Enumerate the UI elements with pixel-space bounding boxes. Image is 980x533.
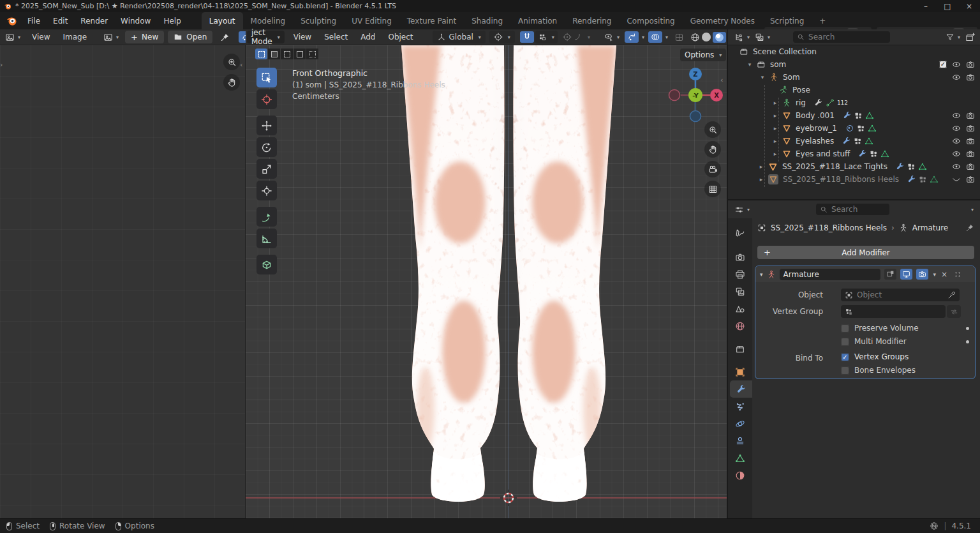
tab-sculpting[interactable]: Sculpting bbox=[293, 12, 344, 29]
image-editor-menu-image[interactable]: Image bbox=[57, 29, 94, 45]
collapse-arrow-icon[interactable]: ▾ bbox=[746, 61, 754, 68]
show-gizmos-toggle[interactable] bbox=[625, 31, 639, 43]
properties-search[interactable] bbox=[816, 204, 889, 215]
proportional-editing-icon[interactable] bbox=[563, 33, 572, 41]
animate-dot[interactable] bbox=[966, 327, 969, 330]
animate-dot[interactable] bbox=[966, 340, 969, 343]
viewport-pan-button[interactable] bbox=[704, 141, 721, 158]
camera-icon[interactable] bbox=[966, 137, 975, 146]
outliner-row-ribbons-heels[interactable]: ▸ SS_2025_#118_Ribbons Heels bbox=[728, 173, 980, 186]
camera-icon[interactable] bbox=[966, 111, 975, 120]
outliner-row-eyes-and-stuff[interactable]: ▸ Eyes and stuff bbox=[728, 147, 980, 160]
outliner-filter[interactable]: ▾ bbox=[946, 33, 960, 41]
eye-icon[interactable] bbox=[952, 162, 961, 171]
pivot-point-selector[interactable]: ▾ bbox=[489, 31, 515, 43]
outliner-row-scene-collection[interactable]: Scene Collection bbox=[728, 45, 980, 58]
outliner-search[interactable] bbox=[793, 31, 890, 43]
viewport-menu-object[interactable]: Object bbox=[382, 29, 419, 45]
tab-particle-properties[interactable] bbox=[728, 398, 752, 415]
tool-measure[interactable] bbox=[256, 229, 277, 248]
select-mode-new[interactable] bbox=[255, 49, 267, 59]
outliner-editor-type-selector[interactable]: ▾ bbox=[734, 33, 750, 42]
viewport-pane[interactable]: Front Orthographic (1) som | SS_2025_#11… bbox=[246, 45, 727, 518]
properties-pane[interactable]: ▾ ▾ SS_2025_ bbox=[727, 199, 980, 518]
image-editor-menu-view[interactable]: View bbox=[26, 29, 56, 45]
tab-shading[interactable]: Shading bbox=[464, 12, 510, 29]
breadcrumb-modifier[interactable]: Armature bbox=[912, 223, 948, 232]
outliner-pane[interactable]: Scene Collection ▾ som ✓ ▾ Som Pose bbox=[727, 45, 980, 199]
eye-icon[interactable] bbox=[952, 73, 961, 82]
modifier-extras-chevron[interactable]: ▾ bbox=[933, 271, 937, 278]
tab-render-properties[interactable] bbox=[728, 248, 752, 266]
properties-options-chevron[interactable]: ▾ bbox=[971, 207, 974, 213]
select-mode-intersect[interactable] bbox=[306, 49, 318, 59]
tab-output-properties[interactable] bbox=[728, 266, 752, 283]
add-modifier-button[interactable]: + Add Modifier bbox=[757, 246, 974, 259]
tool-transform[interactable] bbox=[256, 181, 277, 200]
outliner-row-eyelashes[interactable]: ▸ Eyelashes bbox=[728, 135, 980, 147]
editor-type-selector[interactable]: ▾ bbox=[5, 33, 20, 42]
remove-modifier-button[interactable]: × bbox=[941, 270, 947, 279]
viewport-ortho-button[interactable] bbox=[704, 181, 721, 197]
navigation-gizmo[interactable]: Z X -Y bbox=[667, 66, 724, 124]
multi-modifier-checkbox[interactable]: ✓ bbox=[841, 338, 849, 346]
tool-move[interactable] bbox=[256, 116, 277, 135]
eye-icon[interactable] bbox=[952, 137, 961, 146]
eyedropper-icon[interactable] bbox=[947, 291, 956, 299]
camera-icon[interactable] bbox=[966, 175, 975, 184]
outliner-search-input[interactable] bbox=[808, 33, 886, 41]
menu-file[interactable]: File bbox=[21, 13, 47, 29]
mode-selector[interactable]: ject Mode▾ bbox=[247, 31, 285, 43]
outliner-display-mode[interactable]: ▾ bbox=[755, 33, 770, 42]
collection-checkbox[interactable]: ✓ bbox=[939, 61, 947, 68]
viewport-menu-select[interactable]: Select bbox=[318, 29, 354, 45]
eye-icon[interactable] bbox=[952, 124, 961, 133]
viewport-menu-view[interactable]: View bbox=[287, 29, 318, 45]
outliner-row-som-collection[interactable]: ▾ som ✓ bbox=[728, 58, 980, 71]
tab-texture-paint[interactable]: Texture Paint bbox=[399, 12, 464, 29]
outliner-row-som-armature[interactable]: ▾ Som bbox=[728, 71, 980, 84]
tab-physics-properties[interactable] bbox=[728, 415, 752, 432]
zoom-in-button[interactable] bbox=[223, 54, 240, 70]
eye-icon[interactable] bbox=[952, 149, 961, 158]
vertex-groups-checkbox[interactable]: ✓ bbox=[841, 353, 849, 361]
select-mode-extend[interactable] bbox=[268, 49, 280, 59]
tab-animation[interactable]: Animation bbox=[510, 12, 565, 29]
tab-modeling[interactable]: Modeling bbox=[243, 12, 293, 29]
open-image-button[interactable]: Open bbox=[168, 31, 212, 43]
outliner-row-body[interactable]: ▸ Body .001 bbox=[728, 109, 980, 122]
render-display-toggle[interactable] bbox=[916, 269, 928, 280]
tool-add-cube[interactable] bbox=[256, 255, 277, 274]
xray-toggle[interactable] bbox=[674, 33, 684, 42]
tab-modifier-properties[interactable] bbox=[730, 380, 752, 398]
tab-uv-editing[interactable]: UV Editing bbox=[344, 12, 399, 29]
viewport-camera-button[interactable] bbox=[704, 161, 721, 177]
options-dropdown[interactable]: Options▾ bbox=[680, 49, 726, 61]
viewport-menu-add[interactable]: Add bbox=[354, 29, 382, 45]
chevron-down-icon[interactable]: ▾ bbox=[642, 34, 644, 40]
camera-icon[interactable] bbox=[966, 124, 975, 133]
drag-handle-icon[interactable] bbox=[954, 271, 961, 278]
show-overlays-toggle[interactable] bbox=[648, 31, 662, 43]
pin-icon[interactable] bbox=[220, 33, 230, 42]
new-image-button[interactable]: + New bbox=[125, 31, 164, 43]
shading-solid-button[interactable] bbox=[702, 33, 711, 41]
tool-annotate[interactable] bbox=[256, 207, 277, 227]
chevron-down-icon[interactable]: ▾ bbox=[665, 34, 668, 40]
chevron-down-icon[interactable]: ▾ bbox=[588, 34, 590, 40]
eye-icon[interactable] bbox=[952, 111, 961, 120]
toolbar-expand-arrow[interactable]: › bbox=[0, 61, 3, 69]
collapse-arrow-icon[interactable]: ▾ bbox=[759, 74, 766, 80]
tab-object-data-properties[interactable] bbox=[728, 449, 752, 467]
pan-hand-button[interactable] bbox=[223, 74, 240, 91]
close-button[interactable]: × bbox=[958, 2, 980, 11]
properties-search-input[interactable] bbox=[831, 205, 886, 214]
transform-orientation-selector[interactable]: Global▾ bbox=[433, 31, 486, 43]
outliner-row-rig[interactable]: ▸ rig 112 bbox=[728, 96, 980, 109]
tool-rotate[interactable] bbox=[256, 137, 277, 157]
visibility-dropdown[interactable]: ▾ bbox=[604, 33, 620, 42]
tab-tool-properties[interactable] bbox=[728, 225, 752, 242]
tab-world-properties[interactable] bbox=[728, 317, 752, 334]
modifier-object-input[interactable] bbox=[857, 290, 944, 299]
maximize-button[interactable]: □ bbox=[937, 2, 958, 11]
